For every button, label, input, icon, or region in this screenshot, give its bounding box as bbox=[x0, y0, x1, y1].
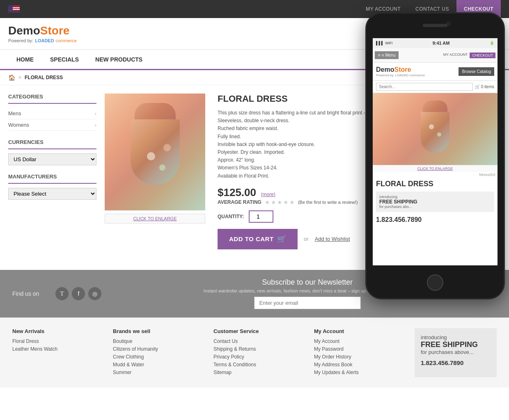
currencies-section: CURRENCIES US Dollar Euro bbox=[8, 139, 96, 165]
footer-link-contact[interactable]: Contact Us bbox=[213, 338, 306, 344]
phone-nav: ≡ ≡ Menu MY ACCOUNT CHECKOUT bbox=[373, 48, 498, 63]
footer-col1-title: New Arrivals bbox=[12, 328, 105, 334]
dress-body bbox=[131, 119, 180, 185]
footer-col-new-arrivals: New Arrivals Floral Dress Leather Mens W… bbox=[12, 328, 113, 377]
manufacturers-dropdown[interactable]: Please Select bbox=[8, 188, 96, 200]
click-to-enlarge[interactable]: CLICK TO ENLARGE bbox=[105, 214, 205, 224]
add-to-wishlist-link[interactable]: Add to Wishlist bbox=[315, 236, 350, 242]
footer-link-privacy[interactable]: Privacy Policy bbox=[213, 354, 306, 360]
phone-search-input[interactable] bbox=[376, 83, 473, 91]
logo-powered: Powered by: LOADED commerce bbox=[8, 38, 404, 43]
cart-icon: 🛒 bbox=[277, 235, 287, 244]
footer-link-mudd[interactable]: Mudd & Water bbox=[113, 362, 205, 368]
rating-label: AVERAGE RATING bbox=[218, 199, 261, 205]
quantity-input[interactable] bbox=[249, 210, 273, 223]
footer-link-updates[interactable]: My Updates & Alerts bbox=[314, 370, 406, 375]
footer-link-summer[interactable]: Summer bbox=[113, 370, 205, 375]
sidebar-item-womens[interactable]: Womens › bbox=[8, 119, 96, 131]
phone-promo-intro: introducing bbox=[379, 195, 491, 199]
phone-browse-catalog-button[interactable]: Browse Catalog bbox=[459, 67, 494, 76]
footer-link-sitemap[interactable]: Sitemap bbox=[213, 370, 306, 375]
add-to-cart-label: ADD TO CART bbox=[229, 235, 274, 242]
phone-search-bar: 🛒 0 items bbox=[373, 81, 498, 93]
nav-home[interactable]: HOME bbox=[8, 49, 42, 70]
phone-product-title: FLORAL DRESS bbox=[373, 178, 498, 189]
currencies-title: CURRENCIES bbox=[8, 139, 96, 149]
phone-click-to-enlarge[interactable]: CLICK TO ENLARGE bbox=[373, 165, 498, 172]
phone-phone-number: 1.823.456.7890 bbox=[373, 214, 498, 226]
phone-time: 9:41 AM bbox=[392, 41, 490, 46]
phone-camera bbox=[446, 22, 450, 26]
categories-title: CATEGORIES bbox=[8, 94, 96, 104]
star-rating: ★ ★ ★ ★ ★ bbox=[265, 199, 295, 205]
flower1 bbox=[147, 152, 155, 160]
star-3: ★ bbox=[277, 199, 282, 205]
footer-link-boutique[interactable]: Boutique bbox=[113, 338, 205, 344]
nav-specials[interactable]: SPECIALS bbox=[42, 49, 87, 70]
star-5: ★ bbox=[289, 199, 295, 205]
quantity-label: QUANTITY: bbox=[218, 214, 244, 219]
flag-icon[interactable] bbox=[8, 5, 20, 13]
flower2 bbox=[159, 164, 165, 171]
product-image bbox=[105, 94, 205, 210]
footer-link-floral-dress[interactable]: Floral Dress bbox=[12, 338, 105, 344]
footer-link-leather-watch[interactable]: Leather Mens Watch bbox=[12, 346, 105, 352]
product-image-box: CLICK TO ENLARGE bbox=[105, 94, 205, 249]
footer-col-customer-service: Customer Service Contact Us Shipping & R… bbox=[213, 328, 314, 377]
twitter-link[interactable]: 𝕋 bbox=[55, 287, 69, 300]
phone-promo-sub: for purchases abo... bbox=[379, 205, 491, 209]
footer-link-citizens[interactable]: Citizens of Humanity bbox=[113, 346, 205, 352]
rating-review[interactable]: (Be the first to write a review!) bbox=[298, 200, 358, 205]
logo-text: DemoStore bbox=[8, 24, 404, 37]
phone-cart[interactable]: 🛒 0 items bbox=[475, 84, 494, 89]
sidebar-item-mens[interactable]: Mens › bbox=[8, 108, 96, 119]
more-prices-link[interactable]: (more) bbox=[261, 192, 275, 197]
phone-screen: ▌▌▌ WiFi 9:41 AM 🔋 ≡ ≡ Menu MY ACCOUNT C… bbox=[373, 38, 498, 265]
categories-section: CATEGORIES Mens › Womens › bbox=[8, 94, 96, 131]
phone-checkout-link[interactable]: CHECKOUT bbox=[470, 52, 495, 58]
phone-number: 1.823.456.7890 bbox=[421, 359, 491, 366]
flower3 bbox=[163, 144, 171, 151]
cart-icon: 🛒 bbox=[475, 84, 480, 89]
dress-visual bbox=[126, 103, 184, 201]
footer-col-brands: Brands we sell Boutique Citizens of Huma… bbox=[113, 328, 213, 377]
product-price: $125.00 bbox=[218, 186, 256, 199]
footer-link-terms[interactable]: Terms & Conditions bbox=[213, 362, 306, 368]
star-2: ★ bbox=[271, 199, 276, 205]
phone-logo: DemoStore Powered by: LOADED commerce bbox=[376, 66, 425, 77]
phone-home-button[interactable] bbox=[427, 274, 443, 291]
footer-link-address-book[interactable]: My Address Book bbox=[314, 362, 406, 368]
social-icons: 𝕋 f ◎ bbox=[55, 287, 101, 300]
newsletter-email-input[interactable] bbox=[254, 297, 361, 309]
breadcrumb-separator: > bbox=[18, 75, 21, 80]
rss-link[interactable]: ◎ bbox=[88, 287, 101, 300]
phone-status-bar: ▌▌▌ WiFi 9:41 AM 🔋 bbox=[373, 38, 498, 48]
logo-store: Store bbox=[40, 24, 70, 37]
logo-demo: Demo bbox=[8, 24, 40, 37]
manufacturers-title: MANUFACTURERS bbox=[8, 173, 96, 184]
footer-col3-title: Customer Service bbox=[213, 328, 306, 334]
breadcrumb-current: FLORAL DRESS bbox=[25, 75, 63, 80]
breadcrumb-home-icon[interactable]: 🏠 bbox=[8, 74, 15, 81]
add-to-cart-button[interactable]: ADD TO CART 🛒 bbox=[218, 229, 298, 249]
phone-product-image bbox=[373, 93, 498, 165]
find-us-label: Find us on bbox=[12, 290, 39, 297]
phone-promo-main: FREE SHIPPING bbox=[379, 199, 491, 205]
phone-overlay: ▌▌▌ WiFi 9:41 AM 🔋 ≡ ≡ Menu MY ACCOUNT C… bbox=[353, 0, 509, 353]
hamburger-icon: ≡ bbox=[378, 53, 381, 57]
manufacturers-section: MANUFACTURERS Please Select bbox=[8, 173, 96, 200]
facebook-link[interactable]: f bbox=[72, 287, 85, 300]
phone-menu-button[interactable]: ≡ ≡ Menu bbox=[375, 51, 399, 59]
footer-link-crew[interactable]: Crew Clothing bbox=[113, 354, 205, 360]
phone-product-code: fdress002 bbox=[373, 172, 498, 178]
nav-new-products[interactable]: NEW PRODUCTS bbox=[87, 49, 151, 70]
phone-battery: 🔋 bbox=[490, 41, 494, 45]
phone-myaccount-link[interactable]: MY ACCOUNT bbox=[443, 52, 468, 58]
footer-link-order-history[interactable]: My Order History bbox=[314, 354, 406, 360]
currencies-dropdown[interactable]: US Dollar Euro bbox=[8, 153, 96, 165]
sidebar: CATEGORIES Mens › Womens › CURRENCIES US… bbox=[8, 94, 96, 249]
phone-speaker bbox=[423, 24, 447, 27]
chevron-right-icon: › bbox=[95, 111, 96, 116]
star-4: ★ bbox=[283, 199, 289, 205]
footer-link-shipping[interactable]: Shipping & Returns bbox=[213, 346, 306, 352]
